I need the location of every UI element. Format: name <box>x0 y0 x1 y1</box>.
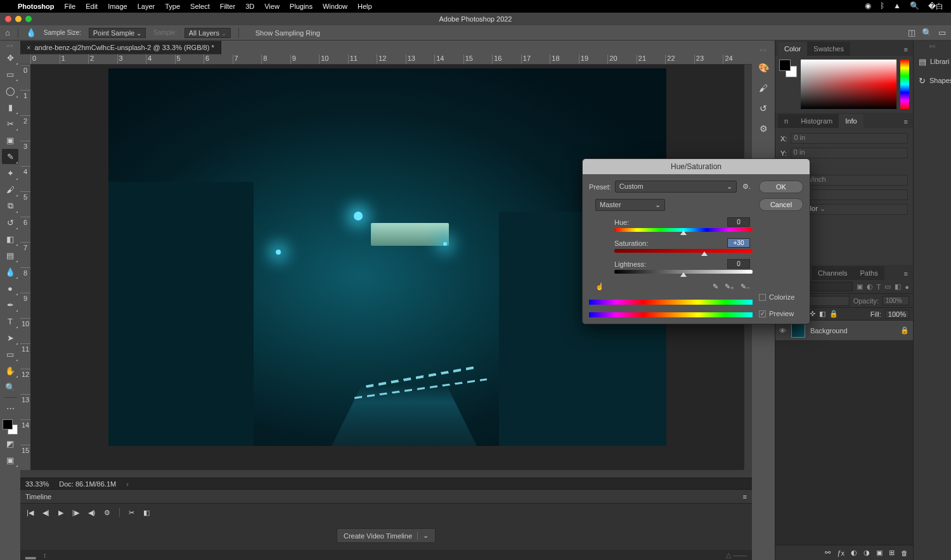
saturation-slider[interactable] <box>614 249 753 253</box>
hand-tool[interactable]: ✋ <box>2 363 18 378</box>
y-field[interactable]: 0 in <box>791 148 908 158</box>
eyedropper-subtract-icon[interactable]: ✎₋ <box>741 283 750 291</box>
crop-tool[interactable]: ✂ <box>2 116 18 131</box>
tab-info[interactable]: Info <box>839 114 863 128</box>
ruler-horizontal[interactable]: 0123456789101112131415161718192021222324 <box>20 54 752 65</box>
horizontal-scrollbar[interactable] <box>20 470 752 478</box>
saturation-value[interactable]: +30 <box>727 238 750 248</box>
filter-type-icon[interactable]: T <box>877 283 881 291</box>
dropdown-icon[interactable]: ⌄ <box>417 531 429 540</box>
pen-tool[interactable]: ✒ <box>2 297 18 312</box>
transition-icon[interactable]: ◧ <box>143 509 150 517</box>
tab-libraries[interactable]: ▤Librari <box>914 52 951 71</box>
eyedropper-add-icon[interactable]: ✎₊ <box>725 283 734 291</box>
lock-all-icon[interactable]: 🔒 <box>829 310 838 318</box>
eyedropper-tool-icon[interactable]: 💧 <box>26 28 36 37</box>
blur-tool[interactable]: 💧 <box>2 264 18 279</box>
play-icon[interactable]: ▶ <box>58 509 63 517</box>
timeline-settings-icon[interactable]: ⚙ <box>104 509 110 517</box>
filter-shape-icon[interactable]: ▭ <box>884 283 891 291</box>
group-icon[interactable]: ▣ <box>876 549 883 557</box>
panel-gripper-icon[interactable]: «« <box>760 47 767 53</box>
search-icon[interactable]: 🔍 <box>922 28 932 37</box>
preset-select[interactable]: Custom⌄ <box>615 181 737 193</box>
marquee-tool[interactable]: ▭ <box>2 67 18 82</box>
opacity-field[interactable]: 100% <box>883 296 909 305</box>
eyedropper-tool[interactable]: ✎ <box>2 149 18 164</box>
hue-value[interactable]: 0 <box>727 217 750 227</box>
tab-color[interactable]: Color <box>778 42 807 56</box>
new-layer-icon[interactable]: ⊞ <box>889 549 895 557</box>
goto-first-frame-icon[interactable]: |◀ <box>27 509 34 517</box>
menu-view[interactable]: View <box>264 3 280 10</box>
document-tab[interactable]: × andre-benz-qi2hmCwlhcE-unsplash-2 @ 33… <box>20 41 221 54</box>
home-icon[interactable]: ⌂ <box>5 28 10 37</box>
layer-name[interactable]: Background <box>810 327 848 334</box>
tab-channels[interactable]: Channels <box>812 266 853 280</box>
app-name[interactable]: Photoshop <box>18 3 54 10</box>
filter-smart-icon[interactable]: ◧ <box>895 283 901 291</box>
layer-mask-icon[interactable]: ◐ <box>851 549 857 557</box>
prev-frame-icon[interactable]: ◀| <box>42 509 49 517</box>
panel-menu-icon[interactable]: ≡ <box>899 43 913 56</box>
lasso-tool[interactable]: ◯ <box>2 83 18 98</box>
zoom-tool[interactable]: 🔍 <box>2 379 18 395</box>
preview-checkbox[interactable]: ✓Preview <box>759 310 803 317</box>
eyedropper-set-icon[interactable]: ✎ <box>713 283 718 291</box>
tab-shapes[interactable]: ↻Shapes <box>914 71 951 90</box>
quick-mask-icon[interactable]: ◩ <box>2 436 18 451</box>
filter-pixel-icon[interactable]: ▣ <box>857 283 863 291</box>
zoom-window-icon[interactable] <box>25 16 32 22</box>
fill-field[interactable]: 100% <box>885 310 909 319</box>
shape-tool[interactable]: ▭ <box>2 347 18 362</box>
cc-status-icon[interactable]: ◉ <box>865 1 871 12</box>
panel-menu-icon[interactable]: ≡ <box>743 493 747 500</box>
doc-size[interactable]: Doc: 86.1M/86.1M <box>59 480 116 488</box>
menu-image[interactable]: Image <box>108 3 127 10</box>
status-chevron-icon[interactable]: › <box>126 480 129 488</box>
workspace-icon[interactable]: ▭ <box>938 28 946 37</box>
screen-mode-icon[interactable]: ▣ <box>2 452 18 468</box>
move-tool[interactable]: ✥ <box>2 50 18 65</box>
type-tool[interactable]: T <box>2 314 18 329</box>
menu-edit[interactable]: Edit <box>86 3 98 10</box>
scrubby-tool-icon[interactable]: ☝ <box>595 283 604 291</box>
layer-style-icon[interactable]: ƒx <box>837 549 844 557</box>
menu-help[interactable]: Help <box>358 3 372 10</box>
link-layers-icon[interactable]: ⚯ <box>825 549 831 557</box>
filter-adjust-icon[interactable]: ◐ <box>867 283 873 291</box>
sample-size-select[interactable]: Point Sample ⌄ <box>89 28 146 38</box>
lock-position-icon[interactable]: ✜ <box>810 310 815 318</box>
clone-stamp-tool[interactable]: ⧉ <box>2 198 18 213</box>
next-frame-icon[interactable]: |▶ <box>72 509 79 517</box>
menu-type[interactable]: Type <box>165 3 180 10</box>
color-swatches[interactable] <box>779 60 797 77</box>
menu-plugins[interactable]: Plugins <box>290 3 313 10</box>
close-window-icon[interactable] <box>5 16 11 22</box>
control-center-icon[interactable]: �白 <box>928 1 943 12</box>
panel-gripper-icon[interactable]: «« <box>914 41 951 52</box>
filter-toggle-icon[interactable]: ● <box>905 283 909 291</box>
menu-3d[interactable]: 3D <box>245 3 254 10</box>
menu-layer[interactable]: Layer <box>138 3 155 10</box>
gradient-tool[interactable]: ▤ <box>2 248 18 263</box>
ruler-vertical[interactable]: 0123456789101112131415 <box>20 65 30 470</box>
bluetooth-icon[interactable]: ᛒ <box>880 1 884 12</box>
cancel-button[interactable]: Cancel <box>759 198 803 211</box>
wifi-icon[interactable]: ▲ <box>893 1 901 12</box>
timeline-convert-icon[interactable]: ↕ <box>43 551 47 559</box>
panel-gripper-icon[interactable]: «« <box>7 43 14 49</box>
panel-menu-icon[interactable]: ≡ <box>899 267 913 280</box>
layer-thumbnail[interactable] <box>791 324 805 338</box>
adjustment-layer-icon[interactable]: ◑ <box>864 549 870 557</box>
adjustments-panel-icon[interactable]: ⚙ <box>758 123 769 134</box>
hue-slider[interactable] <box>614 228 753 232</box>
colorize-checkbox[interactable]: Colorize <box>759 293 803 301</box>
zoom-level[interactable]: 33.33% <box>25 480 49 488</box>
tab-paths[interactable]: Paths <box>854 266 884 280</box>
dodge-tool[interactable]: ● <box>2 281 18 296</box>
healing-brush-tool[interactable]: ✦ <box>2 165 18 181</box>
frame-tool[interactable]: ▣ <box>2 132 18 148</box>
brushes-panel-icon[interactable]: 🖌 <box>758 82 769 94</box>
lightness-slider[interactable] <box>614 270 753 274</box>
